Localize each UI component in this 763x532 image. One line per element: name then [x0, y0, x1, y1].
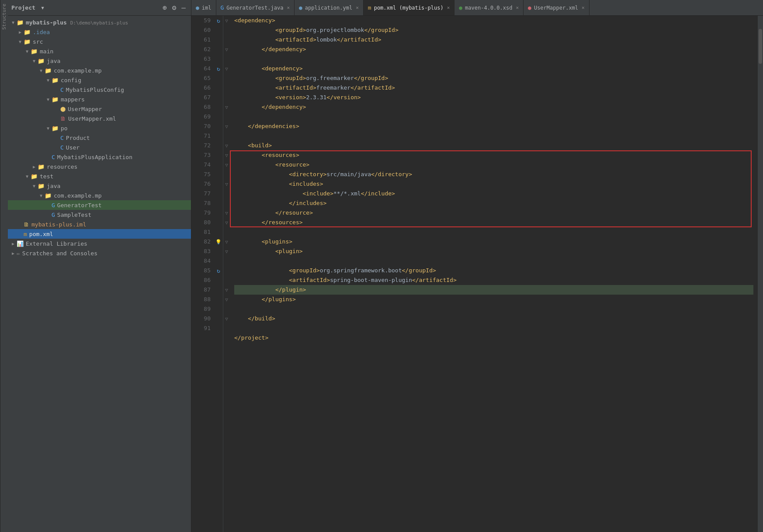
scrollbar-thumb[interactable]: [759, 29, 762, 64]
settings-icon[interactable]: ⚙: [170, 3, 178, 13]
tree-item-application[interactable]: ▶ C MybatisPlusApplication: [8, 152, 191, 162]
tab-yml[interactable]: ● application.yml ✕: [295, 0, 364, 15]
fold-68[interactable]: ▽: [223, 102, 230, 112]
fold-79[interactable]: ▽: [223, 208, 230, 218]
gutter-78: [214, 198, 223, 208]
expand-scratches[interactable]: ▶: [10, 251, 17, 256]
tree-item-package[interactable]: ▼ 📁 com.example.mp: [8, 66, 191, 75]
vertical-scrollbar[interactable]: [758, 16, 763, 532]
gutter-85[interactable]: ↻: [214, 266, 223, 275]
expand-test[interactable]: ▼: [24, 174, 31, 179]
user-label: User: [66, 144, 80, 151]
expand-src[interactable]: ▼: [17, 39, 24, 44]
tree-item-mybatis-plus[interactable]: ▼ 📁 mybatis-plus D:\demo\mybatis-plus: [8, 17, 191, 27]
expand-package[interactable]: ▼: [38, 68, 45, 73]
expand-external-libraries[interactable]: ▶: [10, 241, 17, 246]
fold-59[interactable]: ▽: [223, 16, 230, 25]
config-folder-icon: 📁: [52, 77, 59, 83]
fold-62[interactable]: ▽: [223, 45, 230, 54]
tab-iml[interactable]: ● iml: [191, 0, 216, 15]
structure-label: Structure: [1, 3, 7, 30]
tree-item-mybatisplusconfig[interactable]: ▶ C MybatisPlusConfig: [8, 85, 191, 94]
tab-pom[interactable]: m pom.xml (mybatis-plus) ✕: [364, 0, 454, 15]
code-line-83: <plugin>: [234, 247, 753, 256]
fold-90[interactable]: ▽: [223, 314, 230, 323]
fold-76[interactable]: ▽: [223, 179, 230, 189]
tab-maven-close[interactable]: ✕: [516, 5, 519, 10]
tree-item-resources[interactable]: ▶ 📁 resources: [8, 162, 191, 171]
expand-config[interactable]: ▼: [45, 78, 52, 83]
gutter-70: [214, 122, 223, 131]
tree-item-user[interactable]: ▶ C User: [8, 143, 191, 152]
fold-83[interactable]: ▽: [223, 247, 230, 256]
expand-po[interactable]: ▼: [45, 126, 52, 131]
fold-72[interactable]: ▽: [223, 141, 230, 150]
fold-64[interactable]: ▽: [223, 64, 230, 73]
tree-item-mappers[interactable]: ▼ 📁 mappers: [8, 94, 191, 104]
fold-74[interactable]: ▽: [223, 160, 230, 170]
fold-87[interactable]: ▽: [223, 285, 230, 295]
sidebar-tree[interactable]: ▼ 📁 mybatis-plus D:\demo\mybatis-plus ▶ …: [8, 16, 191, 532]
tab-maven[interactable]: ● maven-4.0.0.xsd ✕: [454, 0, 524, 15]
expand-mappers[interactable]: ▼: [45, 97, 52, 102]
tab-yml-close[interactable]: ✕: [356, 5, 359, 10]
tree-item-scratches[interactable]: ▶ ✏️ Scratches and Consoles: [8, 248, 191, 258]
tree-item-sampletest[interactable]: ▶ G SampleTest: [8, 210, 191, 219]
external-libraries-label: External Libraries: [26, 240, 87, 247]
expand-idea[interactable]: ▶: [17, 30, 24, 35]
package-icon: 📁: [45, 67, 52, 74]
expand-resources[interactable]: ▶: [31, 164, 38, 169]
structure-panel-tab[interactable]: Structure: [0, 0, 8, 532]
gutter-64[interactable]: ↻: [214, 64, 223, 73]
fold-88[interactable]: ▽: [223, 295, 230, 304]
tab-usermapper-close[interactable]: ✕: [582, 5, 585, 10]
tab-generator[interactable]: G GeneratorTest.java ✕: [216, 0, 295, 15]
po-label: po: [61, 125, 68, 132]
code-line-84: [234, 256, 753, 266]
tree-item-idea[interactable]: ▶ 📁 .idea: [8, 27, 191, 37]
code-line-67: <version>2.3.31</version>: [234, 93, 753, 102]
expand-java[interactable]: ▼: [31, 59, 38, 63]
fold-82[interactable]: ▽: [223, 237, 230, 247]
tree-item-config[interactable]: ▼ 📁 config: [8, 75, 191, 85]
tree-item-external-libraries[interactable]: ▶ 📊 External Libraries: [8, 239, 191, 248]
tab-usermapper[interactable]: ● UserMapper.xml ✕: [524, 0, 590, 15]
project-toolbar: Project ▾ ⊕ ⚙ —: [8, 0, 191, 15]
tree-item-java[interactable]: ▼ 📁 java: [8, 56, 191, 66]
tree-item-iml[interactable]: ▶ 🗎 mybatis-plus.iml: [8, 219, 191, 229]
application-label: MybatisPlusApplication: [57, 154, 132, 160]
package-test-label: com.example.mp: [54, 192, 102, 199]
tab-generator-close[interactable]: ✕: [287, 5, 290, 10]
minimize-icon[interactable]: —: [180, 3, 187, 13]
sampletest-icon: G: [52, 212, 55, 218]
tree-item-src[interactable]: ▼ 📁 src: [8, 37, 191, 46]
expand-main[interactable]: ▼: [24, 49, 31, 54]
tree-item-java-test[interactable]: ▼ 📁 java: [8, 181, 191, 191]
tree-item-usermapper-xml[interactable]: ▶ 🗎 UserMapper.xml: [8, 114, 191, 123]
tree-item-usermapper[interactable]: ▶ ⬤ UserMapper: [8, 104, 191, 114]
tree-item-product[interactable]: ▶ C Product: [8, 133, 191, 143]
fold-70[interactable]: ▽: [223, 122, 230, 131]
expand-mybatis-plus[interactable]: ▼: [10, 20, 17, 25]
fold-73[interactable]: ▽: [223, 150, 230, 160]
iml-label: mybatis-plus.iml: [31, 221, 86, 228]
project-dropdown-icon[interactable]: ▾: [39, 3, 47, 13]
tree-item-package-test[interactable]: ▼ 📁 com.example.mp: [8, 191, 191, 200]
gutter-59[interactable]: ↻: [214, 16, 223, 25]
tree-item-main[interactable]: ▼ 📁 main: [8, 46, 191, 56]
mappers-label: mappers: [61, 96, 85, 103]
code-content[interactable]: <dependency> <groupId>org.projectlombok<…: [230, 16, 758, 532]
scratches-icon: ✏️: [17, 250, 20, 257]
gutter-66: [214, 83, 223, 93]
expand-package-test[interactable]: ▼: [38, 193, 45, 198]
tree-item-generatortest[interactable]: ▶ G GeneratorTest: [8, 200, 191, 210]
sync-icon[interactable]: ⊕: [161, 3, 169, 13]
expand-java-test[interactable]: ▼: [31, 184, 38, 188]
code-line-87: </plugin>: [234, 285, 753, 295]
tab-pom-close[interactable]: ✕: [447, 5, 450, 10]
tree-item-test[interactable]: ▼ 📁 test: [8, 171, 191, 181]
tree-item-pom[interactable]: ▶ m pom.xml: [8, 229, 191, 239]
tree-item-po[interactable]: ▼ 📁 po: [8, 123, 191, 133]
fold-80[interactable]: ▽: [223, 218, 230, 227]
code-line-82: <plugins>: [234, 237, 753, 247]
